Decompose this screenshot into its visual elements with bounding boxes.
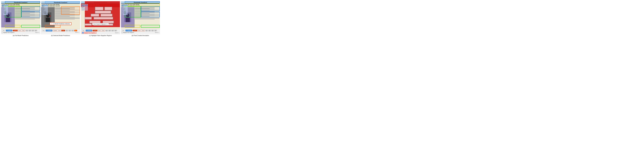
label-c-author: author□ [81,8,88,8]
newspaper-d: newspaper_reader□ article□ headline□ aut… [121,1,160,29]
highlight-fn-checkbox-a[interactable]: Highlight False-Negatives [2,32,14,33]
btn-q4-c[interactable]: Q4 [114,30,117,31]
red-block-top-c [85,1,120,6]
highlight-fn-input-a[interactable] [2,32,3,33]
tab-quartile-d[interactable]: Quartile [133,30,138,31]
btn-q3-b[interactable]: Q3 [72,30,74,31]
task-id-b: Task ID: 1 [75,32,80,33]
label-d-newspaper-reader: newspaper_reader□ [121,4,128,5]
label-advertisement: advertisement□ [2,12,8,13]
newspaper-title-d: Humboldt Standard [121,2,160,3]
btn-q3-a[interactable]: Q3 [32,30,34,31]
tab-group-d: Quartile Score Class [132,30,145,31]
task-id-a: Task ID: 1 [35,32,40,33]
fn-highlighter-label: False-Negative Highlighter ► [92,23,109,25]
panel-d: newspaper_reader□ article□ headline□ aut… [121,1,160,34]
btn-q1-c[interactable]: Q1 [106,30,108,31]
btn-q2-b[interactable]: Q2 [68,30,71,31]
label-table: table□ [2,14,8,15]
btn-q1-d[interactable]: Q1 [145,30,148,31]
side-labels-a: newspaper_reader□ article□ headline□ aut… [2,4,8,15]
label-b-cartoon: cartoon□ [42,10,48,10]
btn-q1-a[interactable]: Q1 [26,30,28,31]
side-labels-c: newspaper_reader□ article□ headline□ aut… [81,4,88,10]
btn-q4-a[interactable]: Q4 [34,30,37,31]
label-d-page-number: page_number□ [121,13,128,14]
tab-class-d[interactable]: Class [141,30,145,31]
panel-a: newspaper_reader□ article□ headline□ aut… [1,1,40,34]
white-box-4-c [91,14,99,16]
tab-group-a: Quartile Score Class [13,30,25,31]
newspaper-header-d: Humboldt Standard [121,1,160,4]
white-box-3-c [95,11,111,14]
tab-class-b[interactable]: Class [62,30,65,31]
label-b-page-number: page_number□ [42,13,48,14]
caption-c: (c) Highlight False-Negative Regions [81,35,120,36]
label-b-article: article□ [42,5,48,6]
fn-input-c[interactable] [82,32,84,34]
fn-checkbox-c[interactable]: Highlight False-Negatives [82,32,96,34]
tab-class-a[interactable]: Class [22,30,25,31]
label-b-author: author□ [42,8,48,8]
skip-button-c[interactable]: Skip [82,30,85,32]
tab-quartile-a[interactable]: Quartile [13,30,18,31]
checkmark-icon-a: ✓ [7,30,8,31]
svg-rect-8 [126,18,130,22]
tab-group-c: Quartile Score Class [92,30,105,31]
panel-c: newspaper_reader□ article□ headline□ aut… [81,1,120,34]
white-box-1-c [95,7,103,10]
label-c-article: article□ [81,5,88,6]
white-box-6-c [85,17,92,20]
tab-score-d[interactable]: Score [137,30,141,31]
checkmark-icon-b: ✓ [47,30,48,31]
btn-q4-d[interactable]: Q4 [154,30,157,31]
tab-quartile-b[interactable]: Quartile [53,30,58,31]
btn-q2-a[interactable]: Q2 [28,30,31,31]
panel-c-image: newspaper_reader□ article□ headline□ aut… [81,1,120,29]
newspaper-title-b: Humboldt Standard [41,2,80,3]
label-c-newspaper-reader: newspaper_reader□ [81,4,88,5]
btn-q1-b[interactable]: Q1 [66,30,68,31]
panel-d-controls: Skip ✓ Submit Quartile Score Class Q1 Q2… [121,29,160,34]
white-box-5-c [100,14,112,16]
white-box-2-c [104,7,112,10]
side-labels-b: newspaper_reader□ article□ headline□ aut… [42,4,48,15]
label-b-headline: headline□ [42,6,48,7]
btn-q4-b[interactable]: Q4 [74,30,77,31]
newspaper-a: newspaper_reader□ article□ headline□ aut… [1,1,40,29]
tab-score-a[interactable]: Score [18,30,22,31]
tab-score-b[interactable]: Score [58,30,61,31]
highlight-fn-input-d[interactable] [122,32,123,33]
label-page-number: page_number□ [2,13,8,14]
label-c-photo: photograph□ [81,8,88,9]
panel-b: newspaper_reader□ article□ headline□ aut… [41,1,80,34]
task-id-c: Task ID: 1 [115,32,119,33]
main-container: newspaper_reader□ article□ headline□ aut… [0,0,161,38]
skip-button-b[interactable]: Skip [42,30,46,32]
newspaper-text-d [134,7,160,28]
submit-button-a[interactable]: ✓ Submit [6,30,12,32]
btn-q2-c[interactable]: Q2 [108,30,111,31]
label-d-advertisement: advertisement□ [121,12,128,13]
white-box-9-c [103,21,114,23]
highlight-fn-label-a: Highlight False-Negatives [3,32,14,33]
svg-rect-5 [46,18,50,22]
skip-button-a[interactable]: Skip [2,30,6,32]
q-buttons-d: Q1 Q2 Q3 Q4 [145,30,157,31]
btn-q2-d[interactable]: Q2 [148,30,151,31]
tab-score-c[interactable]: Score [98,30,101,31]
highlight-fn-checkbox-d[interactable]: Highlight False-Negatives [122,32,134,33]
highlight-fn-label-d: Highlight False-Negatives [123,32,134,33]
newspaper-header-a: Humboldt Standard [1,1,40,4]
submit-button-b[interactable]: ✓ Submit [46,30,52,32]
label-headline: headline□ [2,6,8,7]
panel-a-image: newspaper_reader□ article□ headline□ aut… [1,1,40,29]
submit-button-c[interactable]: ✓ Submit [86,30,92,32]
btn-q3-c[interactable]: Q3 [111,30,114,31]
submit-button-d[interactable]: ✓ Submit [126,30,132,32]
btn-q3-d[interactable]: Q3 [151,30,154,31]
tab-quartile-c[interactable]: Quartile [93,30,98,31]
label-b-table: table□ [42,14,48,15]
tab-class-c[interactable]: Class [101,30,105,31]
skip-button-d[interactable]: Skip [122,30,125,32]
